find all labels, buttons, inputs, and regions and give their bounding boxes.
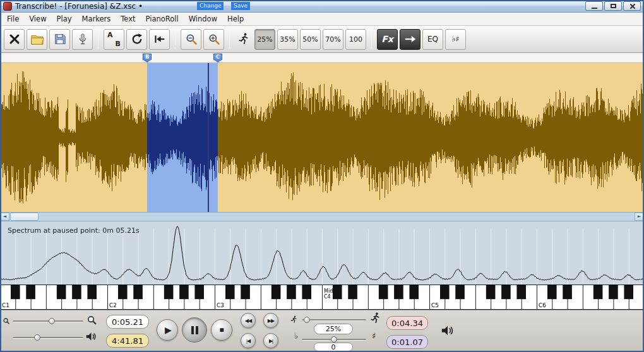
maximize-icon — [611, 4, 616, 8]
waveform-zoom-slider[interactable] — [13, 318, 83, 324]
floppy-icon — [54, 33, 66, 45]
back-to-start-icon — [153, 33, 166, 45]
title-highlight-2: Save — [231, 2, 250, 10]
master-volume-icon[interactable] — [441, 324, 455, 337]
window-controls — [584, 1, 641, 11]
pause-icon — [191, 326, 198, 334]
open-button[interactable] — [27, 29, 47, 50]
loop-icon — [131, 33, 143, 45]
zoom-out-button[interactable] — [181, 29, 201, 50]
marker-flag-B[interactable]: B — [143, 54, 152, 62]
fast-forward-icon: ▶▶ — [268, 318, 274, 324]
return-start-button[interactable] — [149, 29, 170, 50]
menu-markers[interactable]: Markers — [77, 13, 116, 25]
play-button[interactable]: ▶ — [157, 319, 178, 341]
abandon-button[interactable] — [4, 29, 25, 50]
title-highlight-1: Change — [197, 2, 224, 10]
total-time-display: 4:41.81 — [106, 334, 149, 348]
menu-text[interactable]: Text — [116, 13, 140, 25]
flat-icon: ♭ — [294, 331, 298, 341]
minimize-icon — [592, 8, 597, 9]
menu-file[interactable]: File — [2, 13, 24, 25]
microphone-icon — [77, 32, 88, 46]
speed-100-button[interactable]: 100 — [345, 29, 366, 50]
toolbar-separator — [175, 30, 176, 49]
skip-end-button[interactable]: ▶| — [263, 333, 278, 348]
running-man-icon — [237, 32, 250, 46]
fx-button[interactable]: Fx — [377, 29, 398, 50]
menu-pianoroll[interactable]: PianoRoll — [141, 13, 184, 25]
eq-button[interactable]: EQ — [422, 29, 443, 50]
speed-value-display: 25% — [314, 324, 353, 334]
waveform-area — [0, 63, 644, 212]
scroll-left-button[interactable]: ◄ — [0, 213, 9, 221]
pitch-slider[interactable] — [302, 336, 366, 343]
scroll-right-button[interactable]: ► — [635, 213, 644, 221]
folder-icon — [30, 33, 44, 45]
waveform-scrollbar[interactable]: ◄ ► — [0, 212, 644, 221]
fast-forward-button[interactable]: ▶▶ — [263, 313, 278, 328]
magnifier-icon[interactable] — [86, 315, 97, 326]
zoom-slider-thumb[interactable] — [49, 318, 55, 324]
ab-b-label: B — [116, 40, 121, 48]
record-button[interactable] — [72, 29, 93, 50]
speed-35-button[interactable]: 35% — [277, 29, 298, 50]
scrollbar-thumb[interactable] — [10, 213, 39, 221]
marker-strip[interactable]: BC — [0, 53, 644, 63]
waveform-canvas[interactable] — [0, 63, 644, 212]
sharp-icon: ♯ — [372, 331, 376, 341]
x-icon — [8, 33, 21, 45]
piano-keyboard — [0, 285, 644, 310]
speed-25-button[interactable]: 25% — [254, 29, 275, 50]
speaker-icon — [85, 331, 97, 342]
slow-man-icon — [290, 315, 298, 324]
close-button[interactable] — [623, 1, 641, 11]
ab-compare-button[interactable]: A B — [104, 29, 124, 50]
volume-slider-thumb[interactable] — [34, 334, 40, 341]
skip-start-button[interactable]: |◀ — [241, 333, 256, 348]
stop-button[interactable]: ■ — [211, 319, 232, 341]
spectrum-label: Spectrum at paused point: 0m 05.21s — [8, 226, 140, 235]
play-icon: ▶ — [165, 325, 172, 335]
rewind-icon: ◀◀ — [245, 318, 251, 324]
marker-flag-C[interactable]: C — [213, 54, 222, 62]
menu-view[interactable]: View — [24, 13, 51, 25]
menu-play[interactable]: Play — [52, 13, 77, 25]
pitch-slider-thumb[interactable] — [331, 336, 337, 343]
toolbar-separator — [229, 30, 230, 49]
volume-slider[interactable] — [13, 334, 83, 341]
maximize-button[interactable] — [604, 1, 622, 11]
flat-sharp-button[interactable]: ♭♯ — [445, 29, 466, 50]
main-toolbar: A B 25% 35% 50% 70% 100 Fx EQ ♭♯ — [0, 26, 644, 53]
speed-70-button[interactable]: 70% — [323, 29, 343, 50]
save-button[interactable] — [49, 29, 70, 50]
window-title: Transcribe! - [Forunesia] &Z.xsc • — [15, 2, 143, 11]
zoom-in-button[interactable] — [203, 29, 224, 50]
piano-canvas[interactable] — [0, 285, 644, 310]
speed-slider[interactable] — [302, 317, 366, 323]
zoom-in-icon — [208, 33, 220, 45]
speed-section-icon — [235, 29, 253, 50]
zoom-small-icon — [3, 317, 10, 325]
arrow-right-icon — [404, 34, 417, 44]
countdown-time-display: 0:01.07 — [386, 335, 428, 349]
skip-start-icon: |◀ — [246, 338, 250, 344]
speed-50-button[interactable]: 50% — [300, 29, 321, 50]
title-bar: Transcribe! - [Forunesia] &Z.xsc • Chang… — [0, 0, 644, 13]
minimize-button[interactable] — [585, 1, 603, 11]
rewind-button[interactable]: ◀◀ — [241, 313, 256, 328]
pitch-value-display: 0 — [314, 343, 353, 351]
toolbar-separator — [98, 30, 98, 49]
loop-button[interactable] — [126, 29, 147, 50]
pause-button[interactable] — [182, 317, 207, 343]
skip-end-icon: ▶| — [269, 338, 273, 344]
auto-advance-button[interactable] — [400, 29, 420, 50]
menu-help[interactable]: Help — [222, 13, 249, 25]
transcribe-window: Transcribe! - [Forunesia] &Z.xsc • Chang… — [0, 0, 644, 352]
fast-man-icon — [369, 312, 381, 325]
speed-slider-thumb[interactable] — [304, 317, 310, 323]
app-icon — [3, 2, 12, 11]
menu-window[interactable]: Window — [184, 13, 222, 25]
menu-bar: File View Play Markers Text PianoRoll Wi… — [0, 13, 644, 26]
spectrum-area: Spectrum at paused point: 0m 05.21s — [0, 221, 644, 285]
